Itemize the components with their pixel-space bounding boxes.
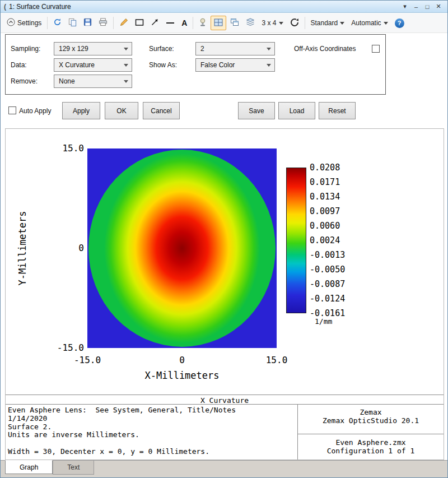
pencil-tool-button[interactable]: [116, 16, 131, 30]
grid-size-dropdown[interactable]: 3 x 4: [259, 16, 286, 30]
refresh-icon: [53, 18, 62, 28]
company-name: Zemax: [298, 408, 444, 416]
off-axis-label: Off-Axis Coordinates: [294, 42, 356, 55]
toolbar-separator: [47, 17, 48, 29]
standard-dropdown-label: Standard: [311, 19, 338, 27]
ok-button[interactable]: OK: [105, 102, 138, 119]
copy-icon: [68, 18, 77, 28]
x-axis-title: X-Millimeters: [98, 370, 266, 381]
tab-text[interactable]: Text: [53, 461, 94, 475]
footer-line: Width = 30, Decenter x = 0, y = 0 Millim…: [8, 448, 296, 456]
colorbar-tick-label: 0.0134: [310, 192, 340, 202]
auto-apply-label: Auto Apply: [19, 107, 51, 115]
help-button[interactable]: ?: [392, 16, 407, 30]
arrow-tool-button[interactable]: [148, 16, 162, 30]
window-icon: (: [4, 3, 6, 11]
standard-dropdown[interactable]: Standard: [308, 16, 348, 30]
y-tick-label: 0: [50, 243, 84, 253]
footer-line: Units are inverse Millimeters.: [8, 431, 296, 439]
surface-label: Surface:: [149, 42, 174, 55]
sampling-value: 129 x 129: [59, 45, 88, 53]
plot-panel: Y-Millimeters 15.0 0 -15.0: [5, 128, 444, 460]
line-icon: [166, 19, 175, 27]
save-image-button[interactable]: [81, 16, 95, 30]
footer-line: 1/14/2020: [8, 415, 296, 423]
chevron-up-circle-icon: [7, 18, 15, 28]
chevron-down-icon: [124, 48, 128, 53]
cancel-button[interactable]: Cancel: [143, 102, 180, 119]
off-axis-checkbox[interactable]: [372, 45, 380, 53]
chevron-down-icon: [340, 22, 344, 27]
settings-button-label: Settings: [17, 19, 41, 27]
remove-label: Remove:: [11, 75, 38, 88]
footer-line: Surface 2.: [8, 423, 296, 431]
x-tick-label: 15.0: [251, 355, 302, 365]
copy-button[interactable]: [66, 16, 80, 30]
text-tool-button[interactable]: A: [179, 16, 190, 30]
text-tool-label: A: [181, 18, 187, 27]
colorbar-tick-label: -0.0087: [310, 279, 345, 289]
tab-bar: Graph Text: [1, 460, 448, 478]
window-title: 1: Surface Curvature: [9, 3, 71, 11]
surface-value: 2: [200, 45, 204, 53]
colorbar-tick-label: -0.0050: [310, 264, 345, 275]
toolbar: Settings A 3 x 4 Standard Automatic: [1, 13, 447, 33]
show-as-dropdown[interactable]: False Color: [195, 58, 275, 72]
automatic-dropdown[interactable]: Automatic: [348, 16, 390, 30]
divider: [6, 395, 444, 395]
load-button[interactable]: Load: [278, 102, 315, 119]
y-tick-label: 15.0: [50, 143, 84, 154]
print-button[interactable]: [96, 16, 110, 30]
lamp-button[interactable]: [196, 16, 209, 30]
window-menu-button[interactable]: ▾: [399, 3, 410, 10]
data-label: Data:: [11, 58, 27, 72]
toolbar-separator: [193, 17, 193, 29]
sampling-label: Sampling:: [11, 42, 40, 55]
line-tool-button[interactable]: [163, 16, 178, 30]
toolbar-separator: [113, 17, 114, 29]
chevron-down-icon: [124, 80, 128, 85]
tab-graph[interactable]: Graph: [5, 460, 53, 474]
settings-toggle-button[interactable]: Settings: [4, 16, 44, 30]
chevron-down-icon: [279, 22, 283, 27]
product-name: Zemax OpticStudio 20.1: [298, 416, 444, 425]
plot-title: X Curvature: [6, 396, 444, 405]
remove-value: None: [59, 77, 75, 85]
data-value: X Curvature: [59, 61, 95, 69]
rotate-button[interactable]: [287, 16, 302, 30]
apply-button[interactable]: Apply: [62, 102, 100, 119]
printer-icon: [99, 18, 108, 28]
footer-info: Zemax Zemax OpticStudio 20.1 Even Aspher…: [298, 404, 444, 455]
cascade-windows-icon: [230, 18, 239, 28]
colorbar-unit: 1/mm: [315, 317, 332, 326]
rectangle-tool-button[interactable]: [132, 16, 147, 30]
reset-button[interactable]: Reset: [319, 102, 356, 119]
refresh-button[interactable]: [50, 16, 64, 30]
data-dropdown[interactable]: X Curvature: [54, 58, 132, 72]
automatic-dropdown-label: Automatic: [351, 19, 381, 27]
y-tick-label: -15.0: [50, 343, 84, 353]
save-button[interactable]: Save: [238, 102, 275, 119]
surface-dropdown[interactable]: 2: [195, 42, 275, 55]
colorbar-tick-label: -0.0124: [310, 294, 345, 304]
colorbar-tick-label: 0.0208: [310, 163, 340, 173]
x-tick-label: 0: [157, 355, 207, 365]
grid-layout-button[interactable]: [211, 16, 226, 30]
minimize-button[interactable]: –: [410, 3, 422, 10]
colorbar-tick-label: 0.0097: [310, 206, 340, 216]
rectangle-icon: [135, 18, 144, 28]
sampling-dropdown[interactable]: 129 x 129: [54, 42, 132, 55]
cascade-windows-button[interactable]: [227, 16, 242, 30]
help-icon: ?: [395, 18, 404, 28]
colorbar-tick-label: 0.0060: [310, 221, 340, 231]
chevron-down-icon: [267, 64, 271, 69]
footer-line: Even Asphere Lens: See System, General, …: [8, 406, 296, 415]
save-icon: [83, 18, 92, 28]
colorbar-tick-label: 0.0024: [310, 235, 340, 245]
grid-panes-icon: [214, 18, 223, 28]
close-button[interactable]: ✕: [433, 3, 444, 10]
auto-apply-checkbox[interactable]: [8, 106, 16, 114]
layers-button[interactable]: [243, 16, 258, 30]
remove-dropdown[interactable]: None: [54, 75, 132, 88]
maximize-button[interactable]: □: [422, 3, 433, 10]
